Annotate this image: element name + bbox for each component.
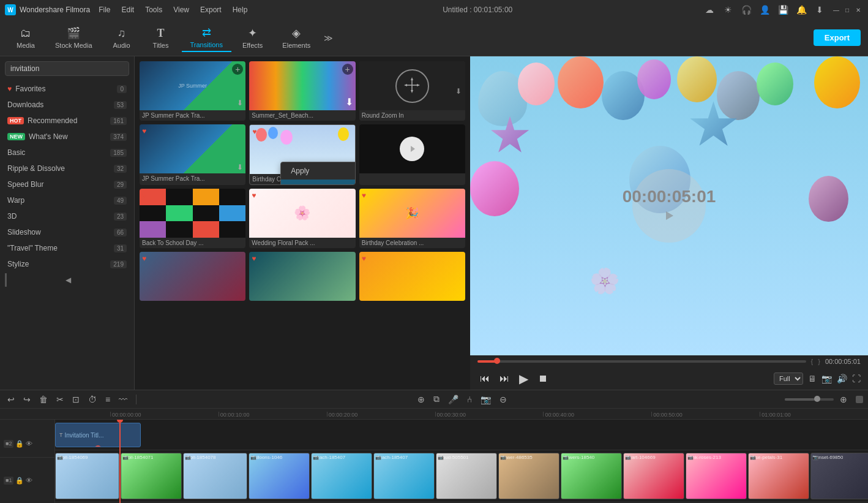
person-icon[interactable]: 👤 (758, 3, 771, 17)
zoom-handle[interactable] (814, 396, 820, 402)
title-clip[interactable]: T Invitation Titl... (55, 423, 141, 447)
screenshot-icon[interactable]: 📷 (821, 374, 832, 384)
grid-item-3[interactable]: ⬇ Round Zoom In (359, 61, 465, 121)
category-ripple[interactable]: Ripple & Dissolve 32 (0, 161, 134, 176)
redo-btn[interactable]: ↪ (21, 393, 33, 406)
grid-item-9[interactable]: 🎉 Birthday Celebration ... ♥ (359, 189, 465, 248)
media-clip-atoll2[interactable]: atoll-1854071 📷 (121, 453, 182, 499)
media-clip-beach1[interactable]: beach-185407 📷 (311, 453, 372, 499)
playback-play-btn[interactable]: ▶ (517, 370, 531, 387)
cut-btn[interactable]: ✂ (54, 393, 66, 406)
menu-tools[interactable]: Tools (140, 4, 167, 15)
category-speed-blur[interactable]: Speed Blur 29 (0, 176, 134, 192)
zoom-bar[interactable] (785, 398, 834, 401)
notification-icon[interactable]: 🔔 (795, 3, 808, 17)
grid-item-8[interactable]: 🌸 Wedding Floral Pack ... ♥ (249, 189, 355, 248)
track-1-lock[interactable]: 🔒 (15, 477, 24, 485)
save-icon[interactable]: 💾 (776, 3, 790, 17)
mic-btn[interactable]: 🎤 (446, 393, 461, 406)
toolbar-audio[interactable]: ♫ Audio (103, 25, 140, 51)
toolbar-transitions[interactable]: ⇄ Transitions (182, 23, 231, 52)
track-2-lock[interactable]: 🔒 (15, 440, 24, 448)
category-stylize[interactable]: Stylize 219 (0, 256, 134, 272)
maximize-btn[interactable]: □ (842, 6, 852, 14)
audio-waves-btn[interactable]: 〰 (116, 393, 130, 406)
grid-view-btn[interactable] (856, 396, 863, 403)
export-button[interactable]: Export (814, 29, 861, 46)
grid-item-1[interactable]: JP Summer JP Summer Pack Tra... ⬇ + (140, 61, 245, 121)
duration-btn[interactable]: ⏱ (86, 393, 99, 406)
category-recommended[interactable]: HOT Recommended 161 (0, 113, 134, 129)
grid-item-5[interactable]: ♥ Birthday C... Apply Alt+A Random to Se… (249, 124, 355, 185)
collapse-panel-btn[interactable]: ◀ (5, 273, 129, 287)
preview-progress-bar[interactable] (477, 360, 806, 363)
toolbar-effects[interactable]: ✦ Effects (234, 24, 271, 51)
category-3d[interactable]: 3D 23 (0, 208, 134, 224)
close-btn[interactable]: ✕ (853, 6, 863, 14)
grid-item-4[interactable]: JP Summer Pack Tra... ♥ ⬇ (140, 124, 245, 185)
grid-item-10[interactable]: ♥ (140, 252, 245, 301)
toolbar-titles[interactable]: T Titles (143, 25, 179, 51)
media-clip-atoll1[interactable]: atoll-1854069 📷 (55, 453, 119, 499)
toolbar-elements[interactable]: ◈ Elements (274, 24, 319, 51)
crop-btn[interactable]: ⊡ (70, 393, 82, 406)
audio-adjust-btn[interactable]: ≡ (103, 393, 113, 406)
grid-item-11[interactable]: ♥ (249, 252, 355, 301)
context-menu-random[interactable]: Random to Selected Clips (281, 180, 355, 185)
playback-prev-btn[interactable]: ⏮ (477, 372, 492, 385)
delete-btn[interactable]: 🗑 (37, 393, 50, 406)
monitor-icon[interactable]: 🖥 (808, 374, 817, 384)
media-clip-flower[interactable]: flower-486535 📷 (498, 453, 559, 499)
volume-icon[interactable]: 🔊 (837, 374, 847, 384)
media-clip-balloons[interactable]: balloons-1046 📷 (249, 453, 310, 499)
context-menu-apply[interactable]: Apply Alt+A (281, 162, 355, 180)
search-input[interactable] (5, 61, 129, 76)
snapshot-btn[interactable]: 📷 (478, 393, 493, 406)
track-2-eye[interactable]: 👁 (26, 440, 32, 448)
playback-prev-frame-btn[interactable]: ⏭ (497, 372, 512, 385)
media-clip-cloud[interactable]: cloud-505501 📷 (436, 453, 497, 499)
download-mgr-icon[interactable]: ⬇ (813, 3, 826, 17)
media-clip-beach2[interactable]: beach-185407 📷 (373, 453, 435, 499)
category-travel[interactable]: "Travel" Theme 31 (0, 240, 134, 256)
undo-btn[interactable]: ↩ (5, 393, 17, 406)
category-warp[interactable]: Warp 49 (0, 192, 134, 208)
category-slideshow[interactable]: Slideshow 66 (0, 224, 134, 240)
menu-file[interactable]: File (94, 4, 115, 15)
toolbar-stock-media[interactable]: 🎬 Stock Media (47, 24, 101, 51)
zoom-in-btn[interactable]: ⊕ (837, 393, 850, 406)
zoom-out-btn[interactable]: ⊖ (497, 393, 509, 406)
menu-help[interactable]: Help (228, 4, 253, 15)
media-clip-heart[interactable]: heart-104669 📷 (623, 453, 684, 499)
fullscreen-icon[interactable]: ⛶ (852, 374, 861, 384)
headphone-icon[interactable]: 🎧 (739, 3, 753, 17)
playback-stop-btn[interactable]: ⏹ (536, 372, 550, 385)
cloud-icon[interactable]: ☁ (703, 3, 716, 17)
category-favorites[interactable]: ♥ Favorites 0 (0, 81, 134, 97)
grid-item-7[interactable]: Back To School Day ... ♥ (140, 189, 245, 248)
menu-edit[interactable]: Edit (117, 4, 140, 15)
playhead[interactable] (119, 420, 121, 503)
split-audio-btn[interactable]: ⑃ (465, 393, 474, 406)
toolbar-media[interactable]: 🗂 Media (7, 25, 44, 51)
add-mark-btn[interactable]: ⊕ (415, 393, 427, 406)
menu-view[interactable]: View (168, 4, 194, 15)
category-whats-new[interactable]: NEW What's New 374 (0, 129, 134, 145)
overlay-btn[interactable]: ⧉ (431, 393, 442, 406)
grid-item-12[interactable]: ♥ (359, 252, 465, 301)
progress-handle[interactable] (494, 358, 500, 364)
sun-icon[interactable]: ☀ (721, 3, 735, 17)
grid-item-6[interactable] (359, 124, 465, 185)
media-clip-rose-petals[interactable]: rose-petals-31 📷 (748, 453, 809, 499)
category-downloads[interactable]: Downloads 53 (0, 97, 134, 113)
track-1-eye[interactable]: 👁 (26, 477, 32, 485)
menu-export[interactable]: Export (195, 4, 226, 15)
media-clip-flowers[interactable]: flowers-18540 📷 (561, 453, 622, 499)
minimize-btn[interactable]: — (831, 6, 841, 14)
toolbar-expand-btn[interactable]: ≫ (324, 33, 333, 43)
category-basic[interactable]: Basic 185 (0, 145, 134, 161)
grid-item-2[interactable]: ⬇ Summer_Set_Beach... + (249, 61, 355, 121)
media-clip-atoll3[interactable]: atoll-1854078 📷 (183, 453, 247, 499)
quality-select[interactable]: Full 1/2 1/4 (774, 373, 803, 385)
media-clip-pink-roses[interactable]: pink-roses-213 📷 (686, 453, 747, 499)
